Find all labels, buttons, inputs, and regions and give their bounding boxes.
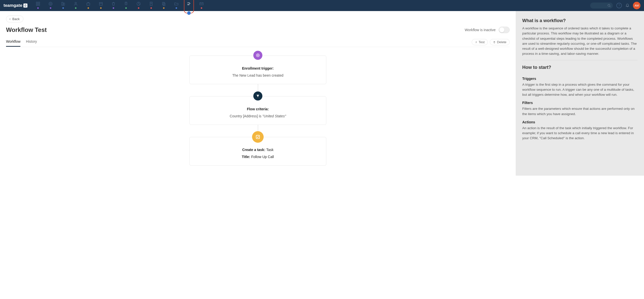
- user-avatar[interactable]: AM: [633, 2, 640, 9]
- sidebar-heading-triggers: Triggers: [522, 77, 637, 81]
- svg-point-8: [75, 2, 76, 4]
- nav-products[interactable]: [111, 0, 116, 11]
- enrollment-trigger-card[interactable]: Enrollment trigger: The New Lead has bee…: [189, 56, 326, 84]
- svg-point-18: [476, 41, 476, 42]
- nav-mail[interactable]: [199, 0, 204, 11]
- nav-companies[interactable]: [61, 0, 66, 11]
- svg-rect-2: [38, 4, 39, 6]
- delete-label: Delete: [497, 40, 506, 44]
- nav-calendar[interactable]: [98, 0, 103, 11]
- nav-notes[interactable]: [149, 0, 154, 11]
- svg-rect-3: [36, 4, 37, 6]
- task-title-line: Create a task: Task: [242, 148, 274, 152]
- sidebar-body-actions: An action is the result of the task whic…: [522, 126, 637, 141]
- search-input[interactable]: [590, 3, 613, 9]
- sidebar-heading-what: What is a workflow?: [522, 18, 637, 23]
- svg-rect-10: [99, 3, 102, 5]
- tab-history[interactable]: History: [26, 37, 37, 47]
- tab-workflow[interactable]: Workflow: [6, 37, 20, 47]
- nav-target[interactable]: [48, 0, 53, 11]
- tabs: Workflow History: [6, 37, 37, 47]
- help-button[interactable]: ?: [616, 3, 622, 8]
- nav-workflows[interactable]: [186, 0, 191, 11]
- enrollment-body: The New Lead has been created: [232, 73, 283, 77]
- back-label: Back: [12, 17, 20, 21]
- app-logo[interactable]: teamgate: [4, 3, 27, 8]
- workflow-toggle[interactable]: [499, 27, 510, 33]
- create-task-card[interactable]: Create a task: Task Title: Follow Up Cal…: [189, 137, 326, 166]
- logo-icon: [23, 4, 27, 8]
- chevron-left-icon: [9, 18, 11, 20]
- svg-rect-6: [62, 2, 63, 5]
- trash-icon: [493, 41, 496, 43]
- test-button[interactable]: Test: [472, 39, 488, 45]
- sidebar-body-triggers: A trigger is the first step in a process…: [522, 82, 637, 97]
- nav-attachments[interactable]: [124, 0, 129, 11]
- nav-folders[interactable]: [174, 0, 179, 11]
- workflow-canvas: Enrollment trigger: The New Lead has bee…: [6, 56, 510, 166]
- svg-point-5: [50, 3, 51, 5]
- sidebar-heading-filters: Filters: [522, 101, 637, 105]
- avatar-initials: AM: [635, 4, 639, 7]
- nav-analytics[interactable]: [136, 0, 141, 11]
- target-icon: [253, 51, 262, 60]
- enrollment-title: Enrollment trigger:: [242, 66, 274, 70]
- svg-rect-7: [63, 3, 64, 5]
- test-label: Test: [479, 40, 485, 44]
- delete-button[interactable]: Delete: [490, 39, 510, 45]
- task-subtitle-line: Title: Follow Up Call: [242, 155, 274, 159]
- notifications-button[interactable]: [625, 3, 629, 8]
- svg-rect-0: [36, 2, 37, 3]
- search-icon: [607, 4, 611, 7]
- app-logo-text: teamgate: [4, 3, 22, 8]
- help-sidebar: What is a workflow? A workflow is the se…: [516, 11, 644, 176]
- nav-items: [35, 0, 204, 11]
- top-nav: teamgate: [0, 0, 644, 11]
- workflow-status-text: Workflow is inactive: [465, 28, 496, 32]
- filter-icon: [253, 91, 262, 101]
- criteria-title: Flow criteria:: [247, 107, 269, 111]
- svg-point-17: [608, 4, 610, 6]
- flow-criteria-card[interactable]: Flow criteria: Country [Address] is "Uni…: [189, 96, 326, 125]
- criteria-body: Country [Address] is "United States": [230, 114, 286, 118]
- svg-point-20: [257, 55, 259, 56]
- svg-point-4: [49, 2, 52, 6]
- svg-rect-1: [38, 2, 39, 3]
- person-icon: [475, 41, 477, 43]
- task-check-icon: [252, 131, 264, 143]
- workflow-active-indicator: [187, 11, 191, 15]
- nav-dashboard[interactable]: [35, 0, 41, 11]
- svg-rect-9: [87, 3, 90, 5]
- nav-contacts[interactable]: [73, 0, 78, 11]
- sidebar-heading-actions: Actions: [522, 120, 637, 124]
- nav-documents[interactable]: [161, 0, 166, 11]
- sidebar-body-filters: Filters are the parameters which ensure …: [522, 106, 637, 117]
- svg-point-19: [256, 54, 259, 57]
- nav-deals[interactable]: [86, 0, 91, 11]
- sidebar-body-what: A workflow is the sequence of ordered ta…: [522, 26, 637, 57]
- page-title: Workflow Test: [6, 26, 47, 33]
- sidebar-heading-start: How to start?: [522, 65, 637, 70]
- back-button[interactable]: Back: [6, 16, 23, 22]
